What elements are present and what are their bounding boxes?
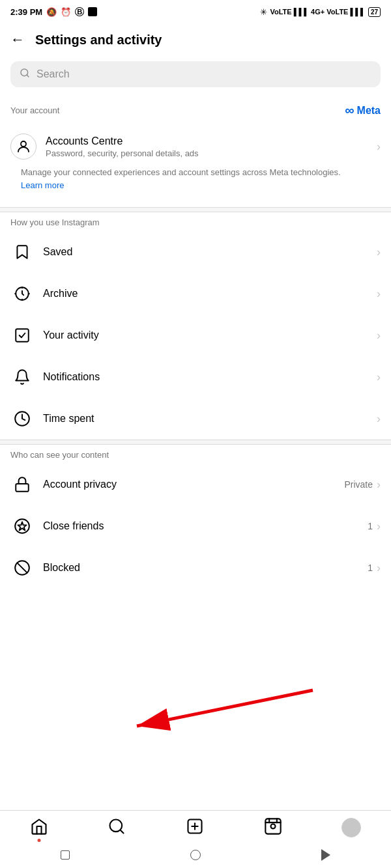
close-friends-chevron: ›	[377, 520, 381, 533]
home-icon	[30, 817, 48, 838]
nav-item-home[interactable]	[30, 817, 48, 838]
svg-line-9	[17, 563, 27, 572]
search-placeholder: Search	[36, 68, 70, 80]
alarm-icon: ⏰	[61, 7, 71, 17]
learn-more-link[interactable]: Learn more	[21, 180, 64, 190]
sidebar-item-notifications[interactable]: Notifications ›	[0, 356, 391, 398]
accounts-centre-right: ›	[377, 140, 381, 154]
battery-indicator: 27	[368, 7, 381, 17]
page-title: Settings and activity	[35, 33, 162, 48]
search-nav-icon	[108, 817, 126, 838]
blocked-label: Blocked	[43, 562, 368, 574]
your-account-section-label: Your account ∞ Meta	[0, 98, 391, 122]
notifications-right: ›	[377, 371, 381, 384]
saved-label: Saved	[43, 246, 377, 258]
account-privacy-right: Private ›	[344, 478, 381, 492]
nav-item-search[interactable]	[108, 817, 126, 838]
search-bar[interactable]: Search	[10, 61, 381, 87]
saved-content: Saved	[43, 246, 377, 258]
your-activity-chevron: ›	[377, 329, 381, 343]
how-you-use-section-label: How you use Instagram	[0, 212, 391, 231]
lock-icon	[10, 473, 34, 496]
accounts-centre-icon	[10, 133, 36, 160]
account-privacy-chevron: ›	[377, 478, 381, 492]
square-icon	[88, 7, 97, 16]
accounts-centre-section: Accounts Centre Password, security, pers…	[0, 122, 391, 207]
sidebar-item-archive[interactable]: Archive ›	[0, 273, 391, 315]
svg-point-2	[21, 141, 26, 147]
block-icon	[10, 556, 34, 580]
svg-point-18	[270, 824, 275, 829]
svg-marker-7	[18, 522, 27, 531]
sidebar-item-blocked[interactable]: Blocked 1 ›	[0, 547, 391, 589]
archive-content: Archive	[43, 288, 377, 300]
your-activity-label: Your activity	[43, 329, 377, 341]
profile-avatar	[341, 818, 361, 837]
b-icon: B	[75, 7, 84, 16]
blocked-value: 1	[368, 563, 373, 573]
recent-apps-button[interactable]	[57, 847, 73, 863]
time-spent-right: ›	[377, 412, 381, 426]
close-friends-label: Close friends	[43, 520, 368, 532]
signal-icons: VoLTE ▌▌▌ 4G+ VoLTE ▌▌▌	[270, 8, 365, 16]
close-friends-content: Close friends	[43, 520, 368, 532]
accounts-note: Manage your connected experiences and ac…	[10, 166, 381, 199]
nav-item-profile[interactable]	[341, 818, 361, 837]
your-activity-right: ›	[377, 329, 381, 343]
back-button[interactable]: ←	[10, 31, 25, 48]
reels-icon	[264, 817, 282, 838]
notifications-label: Notifications	[43, 371, 377, 383]
nav-item-reels[interactable]	[264, 817, 282, 838]
sidebar-item-account-privacy[interactable]: Account privacy Private ›	[0, 464, 391, 505]
archive-chevron: ›	[377, 287, 381, 301]
notifications-content: Notifications	[43, 371, 377, 383]
sidebar-item-saved[interactable]: Saved ›	[0, 231, 391, 273]
sidebar-item-time-spent[interactable]: Time spent ›	[0, 398, 391, 440]
activity-icon	[10, 324, 34, 347]
time-spent-content: Time spent	[43, 413, 377, 425]
saved-right: ›	[377, 245, 381, 259]
time: 2:39 PM	[10, 7, 42, 17]
accounts-centre-title: Accounts Centre	[46, 135, 377, 147]
archive-right: ›	[377, 287, 381, 301]
sidebar-item-close-friends[interactable]: Close friends 1 ›	[0, 505, 391, 547]
bookmark-icon	[10, 240, 34, 264]
meta-logo: ∞ Meta	[345, 103, 381, 118]
bottom-nav	[0, 810, 391, 842]
svg-rect-5	[16, 484, 29, 492]
plus-square-icon	[186, 817, 204, 838]
bell-icon	[10, 365, 34, 389]
saved-chevron: ›	[377, 245, 381, 259]
account-privacy-content: Account privacy	[43, 479, 344, 490]
blocked-right: 1 ›	[368, 561, 381, 575]
section-divider-1	[0, 207, 391, 212]
sidebar-item-your-activity[interactable]: Your activity ›	[0, 315, 391, 356]
clock-icon	[10, 407, 34, 430]
accounts-centre-chevron: ›	[377, 140, 381, 154]
status-right: ✳ VoLTE ▌▌▌ 4G+ VoLTE ▌▌▌ 27	[260, 7, 381, 17]
archive-label: Archive	[43, 288, 377, 300]
svg-line-11	[137, 690, 313, 726]
page-header: ← Settings and activity	[0, 23, 391, 56]
your-activity-content: Your activity	[43, 329, 377, 341]
blocked-chevron: ›	[377, 561, 381, 575]
status-left: 2:39 PM 🔕 ⏰ B	[10, 7, 97, 17]
notifications-chevron: ›	[377, 371, 381, 384]
close-friends-value: 1	[368, 521, 373, 531]
square-nav-icon	[61, 850, 70, 860]
nav-item-add[interactable]	[186, 817, 204, 838]
accounts-centre-item[interactable]: Accounts Centre Password, security, pers…	[10, 127, 381, 166]
svg-rect-3	[16, 329, 29, 342]
time-spent-chevron: ›	[377, 412, 381, 426]
back-button-nav[interactable]	[318, 847, 334, 863]
meta-infinity-icon: ∞	[345, 103, 354, 118]
archive-icon	[10, 282, 34, 305]
section-divider-2	[0, 440, 391, 445]
star-icon	[10, 514, 34, 538]
svg-point-6	[15, 519, 29, 533]
search-icon	[20, 68, 30, 81]
status-bar: 2:39 PM 🔕 ⏰ B ✳ VoLTE ▌▌▌ 4G+ VoLTE ▌▌▌ …	[0, 0, 391, 23]
accounts-centre-subtitle: Password, security, personal details, ad…	[46, 148, 377, 158]
home-button[interactable]	[188, 847, 203, 863]
accounts-centre-content: Accounts Centre Password, security, pers…	[46, 135, 377, 158]
